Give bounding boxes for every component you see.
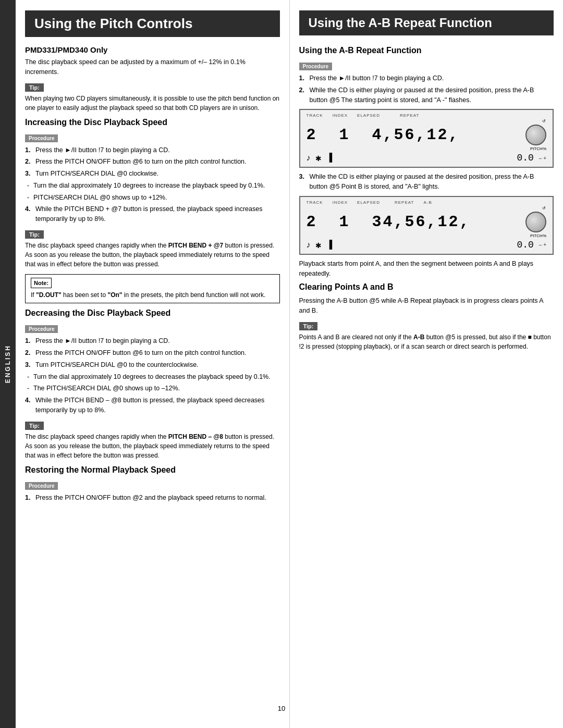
- right-title-box: Using the A-B Repeat Function: [299, 10, 554, 35]
- tip4-content: Points A and B are cleared not only if t…: [299, 332, 554, 351]
- pmd-body: The disc playback speed can be adjusted …: [25, 57, 280, 77]
- pmd-subtitle: PMD331/PMD340 Only: [25, 45, 280, 54]
- tip2-label: Tip:: [25, 230, 44, 239]
- display1-middle: 2 1 4,56,12, ↺ PITCH%: [307, 119, 547, 151]
- display1: TRACK INDEX ELAPSED REPEAT 2 1 4,56,12, …: [299, 109, 554, 168]
- display2-digits: 2 1 34,56,12,: [307, 213, 526, 231]
- display2-middle: 2 1 34,56,12, ↺ PITCH%: [307, 206, 547, 238]
- list-item: 4. While the PITCH BEND + @7 button is p…: [25, 204, 280, 224]
- tip2-content: The disc playback speed changes rapidly …: [25, 241, 280, 269]
- left-column: Using the Pitch Controls PMD331/PMD340 O…: [16, 0, 290, 728]
- display1-labels: TRACK INDEX ELAPSED REPEAT: [307, 113, 547, 118]
- list-item: Turn the dial approximately 10 degrees t…: [25, 372, 280, 382]
- playback-desc: Playback starts from point A, and then t…: [299, 259, 554, 279]
- content-area: Using the Pitch Controls PMD331/PMD340 O…: [16, 0, 563, 728]
- clearing-body: Pressing the A-B button @5 while A-B Rep…: [299, 296, 554, 316]
- sidebar-english: ENGLISH: [0, 0, 16, 728]
- display2: TRACK INDEX ELAPSED REPEAT A-B 2 1 34,56…: [299, 196, 554, 255]
- display2-footer: ♪ ✱ ▐ 0.0 – +: [307, 239, 547, 251]
- display1-knob: [525, 125, 546, 145]
- list-item: 3. While the CD is either playing or pau…: [299, 172, 554, 192]
- display1-digits: 2 1 4,56,12,: [307, 126, 526, 144]
- clearing-title: Clearing Points A and B: [299, 282, 554, 292]
- decreasing-steps-list: 1. Press the ►/II button !7 to begin pla…: [25, 336, 280, 415]
- list-item: 1. Press the ►/II button !7 to begin pla…: [299, 73, 554, 83]
- display2-right: ↺ PITCH%: [525, 206, 546, 238]
- list-item: 2. While the CD is either playing or pau…: [299, 85, 554, 105]
- list-item: 3. Turn PITCH/SEARCH DIAL @0 clockwise.: [25, 169, 280, 179]
- procedure-increasing: Procedure: [25, 134, 58, 142]
- restoring-steps-list: 1. Press the PITCH ON/OFF button @2 and …: [25, 493, 280, 503]
- list-item: 1. Press the ►/II button !7 to begin pla…: [25, 336, 280, 346]
- display1-footer: ♪ ✱ ▐ 0.0 – +: [307, 152, 547, 164]
- decreasing-title: Decreasing the Disc Playback Speed: [25, 309, 280, 318]
- tip4-label: Tip:: [299, 322, 318, 330]
- right-title: Using the A-B Repeat Function: [309, 16, 545, 30]
- procedure-decreasing: Procedure: [25, 325, 58, 333]
- increasing-steps-list: 1. Press the ►/II button !7 to begin pla…: [25, 145, 280, 224]
- list-item: 4. While the PITCH BEND – @8 button is p…: [25, 396, 280, 415]
- tip3-label: Tip:: [25, 422, 44, 430]
- list-item: PITCH/SEARCH DIAL @0 shows up to +12%.: [25, 193, 280, 203]
- note-content: If "D.OUT" has been set to "On" in the p…: [31, 290, 274, 300]
- increasing-title: Increasing the Disc Playback Speed: [25, 118, 280, 127]
- list-item: The PITCH/SEARCH DIAL @0 shows up to –12…: [25, 384, 280, 393]
- ab-steps-list: 1. Press the ►/II button !7 to begin pla…: [299, 73, 554, 105]
- procedure-restoring: Procedure: [25, 482, 58, 490]
- page-number: 10: [273, 699, 290, 718]
- list-item: 1. Press the ►/II button !7 to begin pla…: [25, 145, 280, 155]
- list-item: Turn the dial approximately 10 degrees t…: [25, 181, 280, 191]
- display2-labels: TRACK INDEX ELAPSED REPEAT A-B: [307, 200, 547, 205]
- display1-right: ↺ PITCH%: [525, 119, 546, 151]
- note-label: Note:: [31, 278, 52, 289]
- ab-subtitle: Using the A-B Repeat Function: [299, 46, 554, 55]
- ab-step3-list: 3. While the CD is either playing or pau…: [299, 172, 554, 192]
- display2-knob: [525, 212, 546, 232]
- list-item: 2. Press the PITCH ON/OFF button @6 to t…: [25, 157, 280, 167]
- tip1-content: When playing two CD players simultaneous…: [25, 94, 280, 113]
- tip1-label: Tip:: [25, 83, 44, 92]
- page-wrapper: ENGLISH Using the Pitch Controls PMD331/…: [0, 0, 563, 728]
- step3-text: While the CD is either playing or paused…: [310, 172, 554, 192]
- procedure-ab: Procedure: [299, 63, 332, 70]
- right-column: Using the A-B Repeat Function Using the …: [290, 0, 564, 728]
- list-item: 1. Press the PITCH ON/OFF button @2 and …: [25, 493, 280, 503]
- note-box: Note: If "D.OUT" has been set to "On" in…: [25, 274, 280, 304]
- restoring-title: Restoring the Normal Playback Speed: [25, 465, 280, 475]
- list-item: 2. Press the PITCH ON/OFF button @6 to t…: [25, 348, 280, 358]
- tip3-content: The disc playback speed changes rapidly …: [25, 432, 280, 460]
- list-item: 3. Turn PITCH/SEARCH DIAL @0 to the coun…: [25, 360, 280, 370]
- sidebar-label: ENGLISH: [4, 344, 11, 383]
- left-title-box: Using the Pitch Controls: [25, 10, 280, 37]
- left-title: Using the Pitch Controls: [34, 16, 271, 32]
